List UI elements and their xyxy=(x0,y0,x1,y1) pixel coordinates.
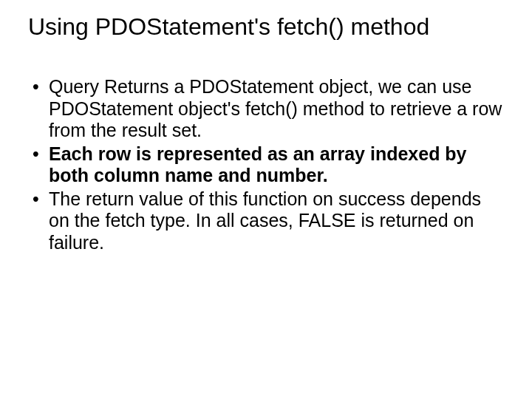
list-item: Each row is represented as an array inde… xyxy=(28,143,504,187)
bullet-list: Query Returns a PDOStatement object, we … xyxy=(28,76,504,253)
slide-title: Using PDOStatement's fetch() method xyxy=(28,13,504,41)
bullet-text: Query Returns a PDOStatement object, we … xyxy=(49,76,502,140)
bullet-text: Each row is represented as an array inde… xyxy=(49,143,467,186)
bullet-text: The return value of this function on suc… xyxy=(49,188,481,253)
list-item: Query Returns a PDOStatement object, we … xyxy=(28,76,504,142)
list-item: The return value of this function on suc… xyxy=(28,188,504,254)
